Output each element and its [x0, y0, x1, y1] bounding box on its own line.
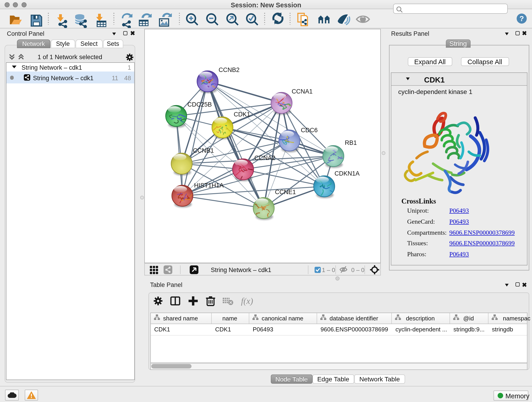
svg-text:CDC6: CDC6	[301, 127, 318, 133]
svg-text:0 – 0: 0 – 0	[351, 266, 365, 273]
svg-text:CDK1: CDK1	[234, 111, 250, 118]
svg-text:?: ?	[519, 14, 524, 23]
svg-text:CDC25B: CDC25B	[187, 101, 212, 108]
svg-text:HIST1H1A: HIST1H1A	[194, 182, 224, 189]
svg-text:1 – 0: 1 – 0	[322, 266, 335, 273]
svg-text:CCNE1: CCNE1	[275, 188, 296, 195]
svg-text:String Network – cdk1: String Network – cdk1	[211, 266, 271, 273]
svg-text:CCNB2: CCNB2	[219, 66, 240, 73]
svg-text:CCNA1: CCNA1	[292, 88, 313, 95]
svg-text:RB1: RB1	[345, 139, 357, 146]
svg-text:CCNB1: CCNB1	[193, 147, 214, 154]
svg-text:CDKN1A: CDKN1A	[335, 170, 360, 177]
svg-text:f(x): f(x)	[241, 296, 253, 306]
svg-text:CCNA2: CCNA2	[254, 154, 275, 161]
